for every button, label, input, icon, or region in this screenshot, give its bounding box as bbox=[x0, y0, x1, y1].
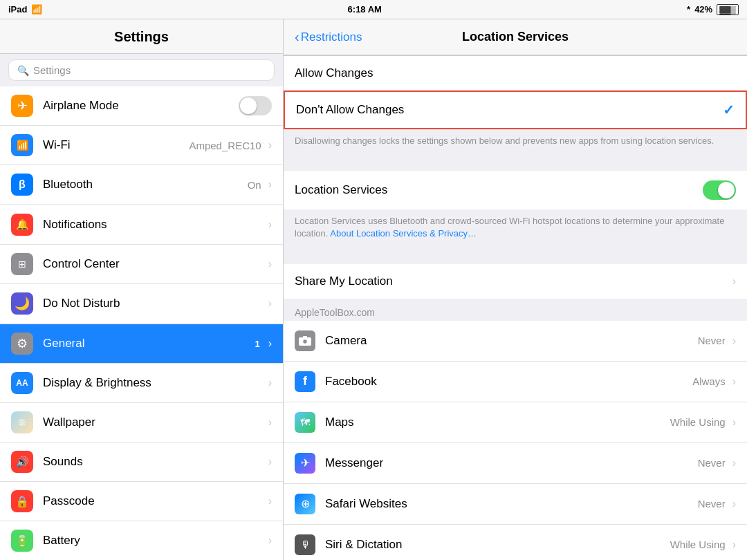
wifi-value: Amped_REC10 bbox=[189, 140, 261, 151]
right-panel-title: Location Services bbox=[462, 30, 569, 44]
wallpaper-label: Wallpaper bbox=[43, 416, 266, 429]
toggle-knob-on bbox=[718, 182, 735, 198]
maps-chevron: › bbox=[732, 416, 736, 429]
siri-value: While Using bbox=[670, 539, 726, 550]
donotdisturb-icon: 🌙 bbox=[11, 292, 33, 315]
general-icon: ⚙ bbox=[11, 333, 33, 355]
share-my-location-item[interactable]: Share My Location › bbox=[284, 264, 747, 299]
sidebar-item-general[interactable]: ⚙ General 1 › bbox=[0, 324, 283, 364]
appletoolbox-header: AppleToolBox.com bbox=[284, 304, 747, 321]
wifi-label: Wi-Fi bbox=[43, 138, 189, 152]
sidebar-item-passcode[interactable]: 🔒 Passcode › bbox=[0, 482, 283, 521]
bluetooth-status-icon: * bbox=[687, 4, 690, 15]
messenger-app-icon: ✈ bbox=[295, 453, 315, 474]
camera-item[interactable]: Camera Never › bbox=[284, 321, 747, 362]
maps-label: Maps bbox=[325, 416, 670, 429]
safari-item[interactable]: ⊕ Safari Websites Never › bbox=[284, 484, 747, 525]
back-label[interactable]: Restrictions bbox=[301, 30, 362, 44]
general-chevron: › bbox=[268, 337, 272, 350]
allow-changes-item[interactable]: Allow Changes bbox=[284, 56, 747, 91]
displaybrightness-chevron: › bbox=[268, 377, 272, 389]
sidebar-item-donotdisturb[interactable]: 🌙 Do Not Disturb › bbox=[0, 284, 283, 323]
search-bar-container: 🔍 Settings bbox=[0, 54, 283, 86]
location-services-item[interactable]: Location Services bbox=[284, 171, 747, 209]
bluetooth-icon: β bbox=[11, 174, 33, 196]
camera-label: Camera bbox=[325, 334, 698, 348]
controlcenter-icon: ⊞ bbox=[11, 253, 33, 275]
wifi-icon: 📶 bbox=[31, 4, 42, 15]
status-right: * 42% ▓▓▒ bbox=[687, 4, 739, 15]
passcode-icon: 🔒 bbox=[11, 490, 33, 512]
allow-changes-label: Allow Changes bbox=[295, 66, 736, 80]
search-placeholder: Settings bbox=[33, 64, 71, 76]
dont-allow-changes-item[interactable]: Don't Allow Changes ✓ bbox=[284, 91, 747, 129]
sidebar-item-bluetooth[interactable]: β Bluetooth On › bbox=[0, 165, 283, 204]
dont-allow-changes-label: Don't Allow Changes bbox=[296, 103, 723, 117]
camera-chevron: › bbox=[732, 335, 736, 347]
messenger-label: Messenger bbox=[325, 456, 698, 470]
changes-section-footer: Disallowing changes locks the settings s… bbox=[284, 129, 747, 157]
device-label: iPad bbox=[8, 4, 27, 15]
sounds-chevron: › bbox=[268, 456, 272, 468]
wifi-chevron: › bbox=[268, 139, 272, 151]
wallpaper-chevron: › bbox=[268, 416, 272, 429]
camera-value: Never bbox=[698, 335, 726, 346]
sidebar-item-displaybrightness[interactable]: AA Display & Brightness › bbox=[0, 364, 283, 403]
location-services-section: Location Services bbox=[284, 171, 747, 209]
notifications-label: Notifications bbox=[43, 218, 266, 232]
location-services-toggle[interactable] bbox=[703, 180, 736, 200]
airplane-label: Airplane Mode bbox=[43, 99, 239, 113]
airplane-icon: ✈ bbox=[11, 95, 33, 117]
app-list-section: Camera Never › f Facebook Always › 🗺 Map… bbox=[284, 321, 747, 560]
toggle-knob bbox=[240, 97, 257, 114]
displaybrightness-label: Display & Brightness bbox=[43, 376, 266, 390]
general-badge: 1 bbox=[249, 337, 265, 351]
notifications-icon: 🔔 bbox=[11, 214, 33, 236]
siri-item[interactable]: 🎙 Siri & Dictation While Using › bbox=[284, 525, 747, 560]
status-time: 6:18 AM bbox=[348, 4, 382, 15]
maps-item[interactable]: 🗺 Maps While Using › bbox=[284, 402, 747, 443]
sidebar-item-wifi[interactable]: 📶 Wi-Fi Amped_REC10 › bbox=[0, 126, 283, 165]
safari-chevron: › bbox=[732, 498, 736, 510]
donotdisturb-label: Do Not Disturb bbox=[43, 297, 266, 310]
status-left: iPad 📶 bbox=[8, 4, 42, 15]
siri-label: Siri & Dictation bbox=[325, 538, 670, 552]
sidebar-item-battery[interactable]: 🔋 Battery › bbox=[0, 521, 283, 560]
back-button[interactable]: ‹ Restrictions bbox=[295, 29, 362, 45]
bluetooth-label: Bluetooth bbox=[43, 178, 248, 192]
sidebar-item-sounds[interactable]: 🔊 Sounds › bbox=[0, 442, 283, 482]
controlcenter-chevron: › bbox=[268, 258, 272, 270]
passcode-label: Passcode bbox=[43, 494, 266, 508]
facebook-chevron: › bbox=[732, 375, 736, 388]
wifi-icon: 📶 bbox=[11, 134, 33, 156]
siri-chevron: › bbox=[732, 539, 736, 551]
sidebar-item-notifications[interactable]: 🔔 Notifications › bbox=[0, 205, 283, 245]
airplane-toggle[interactable] bbox=[239, 96, 272, 115]
messenger-item[interactable]: ✈ Messenger Never › bbox=[284, 443, 747, 484]
right-panel: ‹ Restrictions Location Services Allow C… bbox=[284, 19, 747, 560]
general-label: General bbox=[43, 337, 249, 351]
camera-app-icon bbox=[295, 330, 315, 351]
share-my-location-label: Share My Location bbox=[295, 274, 730, 288]
facebook-item[interactable]: f Facebook Always › bbox=[284, 362, 747, 402]
siri-app-icon: 🎙 bbox=[295, 534, 315, 555]
sidebar-item-wallpaper[interactable]: ❊ Wallpaper › bbox=[0, 403, 283, 442]
location-privacy-link[interactable]: About Location Services & Privacy… bbox=[330, 228, 477, 239]
right-header: ‹ Restrictions Location Services bbox=[284, 19, 747, 55]
changes-section: Allow Changes Don't Allow Changes ✓ bbox=[284, 56, 747, 129]
sounds-icon: 🔊 bbox=[11, 451, 33, 473]
location-services-footer: Location Services uses Bluetooth and cro… bbox=[284, 209, 747, 250]
settings-group-connectivity: ✈ Airplane Mode 📶 Wi-Fi Amped_REC10 › β … bbox=[0, 86, 283, 204]
search-bar[interactable]: 🔍 Settings bbox=[8, 59, 275, 81]
sidebar-item-controlcenter[interactable]: ⊞ Control Center › bbox=[0, 245, 283, 284]
maps-value: While Using bbox=[670, 416, 726, 428]
facebook-app-icon: f bbox=[295, 371, 315, 392]
maps-app-icon: 🗺 bbox=[295, 412, 315, 433]
settings-group-display: ⚙ General 1 › AA Display & Brightness › … bbox=[0, 324, 283, 560]
share-my-location-chevron: › bbox=[732, 275, 736, 288]
sidebar-item-airplane[interactable]: ✈ Airplane Mode bbox=[0, 86, 283, 126]
status-bar: iPad 📶 6:18 AM * 42% ▓▓▒ bbox=[0, 0, 747, 19]
wallpaper-icon: ❊ bbox=[11, 411, 33, 433]
battery-icon-sidebar: 🔋 bbox=[11, 530, 33, 552]
checkmark-icon: ✓ bbox=[723, 102, 735, 118]
